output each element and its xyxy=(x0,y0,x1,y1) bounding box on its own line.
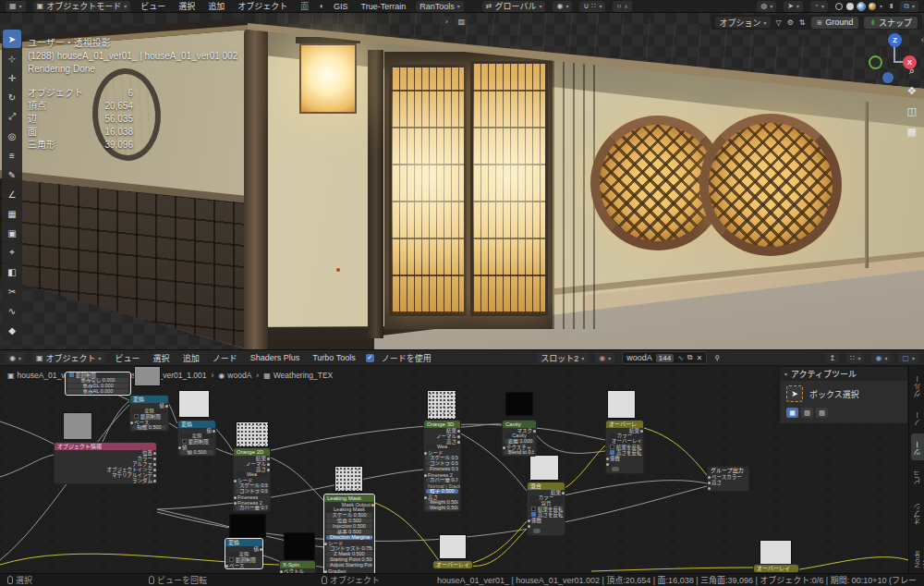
menu-true-terrain[interactable]: True-Terrain xyxy=(359,2,409,11)
node-menu-node[interactable]: ノード xyxy=(210,352,240,364)
pin-icon[interactable]: ⚲ xyxy=(714,354,720,362)
node-overlay-3[interactable]: オーバーレイ xyxy=(753,564,799,573)
select-mode-subtract[interactable]: ▧ xyxy=(816,408,828,418)
pivot-dropdown[interactable]: ◉▾ xyxy=(553,1,572,12)
editor-type-dropdown[interactable]: ▦▾ xyxy=(6,1,26,12)
node-drop[interactable]: Leaking Mask xyxy=(326,507,372,512)
node-slider[interactable]: Weight 0.500 xyxy=(426,500,458,505)
filter-icon[interactable]: ▽ xyxy=(776,18,782,27)
zoom-icon[interactable]: ⌕ xyxy=(907,65,917,77)
node-slider[interactable]: Fineness 0.500 xyxy=(426,467,458,471)
material-name-field[interactable]: woodA 144 ∿ ⧉ ✕ xyxy=(622,351,707,364)
sidebar-tab-Node Wrang[interactable]: Node Wrang xyxy=(911,531,924,573)
select-mode-new[interactable]: ▦ xyxy=(786,408,798,418)
node-slider[interactable]: Injection 0.500 xyxy=(326,524,372,529)
tool-extra[interactable]: ◆ xyxy=(3,321,21,339)
ground-button[interactable]: ≋Ground xyxy=(811,17,859,29)
node-hl[interactable]: 粒子 0.500 xyxy=(426,489,458,494)
nodetree-toggle-icon[interactable]: ∿ xyxy=(677,354,684,362)
node-orange-2d[interactable]: Orange 2D結果ノーマル高さWeaシードスケール 0.500コントラ 0.… xyxy=(233,447,271,512)
node-slider[interactable]: 指数 0.500 xyxy=(132,425,166,430)
shader-context-dropdown[interactable]: ▣オブジェクト▾ xyxy=(32,352,105,363)
node-menu-view[interactable]: ビュー xyxy=(113,352,143,364)
node-slider[interactable]: 位置 0.500 xyxy=(326,519,372,523)
node-group-output[interactable]: グループ出力ベースカラー高さ xyxy=(707,466,749,492)
tool-annotate[interactable]: ≡ xyxy=(3,146,21,165)
tool-shear[interactable]: ◧ xyxy=(3,262,21,281)
snap-toggle[interactable]: ∪∷▾ xyxy=(579,1,605,12)
node-snapping-dropdown[interactable]: ∷▾ xyxy=(846,352,864,363)
tool-add-cube[interactable]: ▦ xyxy=(3,204,21,223)
proportional-edit-toggle[interactable]: ○∧ xyxy=(613,1,631,12)
mode-dropdown[interactable]: ▣オブジェクトモード▾ xyxy=(33,1,131,12)
menu-add[interactable]: 追加 xyxy=(205,0,227,12)
node-math-1[interactable]: 変換値変換範囲制限ベース指数 0.500 xyxy=(129,395,169,432)
shading-solid-button[interactable] xyxy=(846,3,854,10)
node-math-3[interactable]: 変換値変換範囲制限ベース xyxy=(225,538,263,569)
node-cavity[interactable]: CavityマスクCavity距離 1.000テクスチャBlend st 0.5… xyxy=(502,420,537,457)
node-weights[interactable]: 範囲制限重みなし 0.000重みGL 0.000重みAL 0.000 xyxy=(65,372,131,396)
editor-type-dropdown-shader[interactable]: ◉▾ xyxy=(6,352,25,363)
gizmos-dropdown[interactable]: ➤▾ xyxy=(784,1,803,12)
node-slider[interactable]: スケール 0.500 xyxy=(326,513,372,518)
material-users-badge[interactable]: 144 xyxy=(656,354,674,362)
shader-node-canvas[interactable]: ▣houseA_01_ver01_002›▽houseA_01_ver01_1.… xyxy=(0,366,924,573)
material-browse-dropdown[interactable]: ◉▾ xyxy=(595,352,614,363)
node-drop[interactable]: 変換 xyxy=(132,409,166,413)
shading-rendered-button[interactable] xyxy=(869,3,876,10)
node-slider[interactable]: 重みAL 0.000 xyxy=(67,389,128,394)
node-slider[interactable]: Adjust Starting Point 0.500 xyxy=(326,563,372,568)
node-slider[interactable]: スケール 0.500 xyxy=(426,456,458,460)
node-slider[interactable]: カバー量 0.750 xyxy=(426,478,458,482)
node-drop[interactable]: カラー xyxy=(608,433,641,438)
node-slider[interactable]: Z Mask 0.500 xyxy=(326,552,372,556)
sidebar-tab-オプション[interactable]: オプション xyxy=(911,491,924,530)
node-slider[interactable]: スケール 0.500 xyxy=(236,483,268,488)
node-orange-3d[interactable]: Orange 3D結果ノーマル高さWeaシードスケール 0.500コントラ 0.… xyxy=(423,420,461,512)
node-leaking-mask[interactable]: Leaking MaskMask OutputLeaking Maskスケール … xyxy=(323,494,375,573)
node-drop[interactable]: 変換 xyxy=(227,552,261,556)
tool-measure[interactable]: ∠ xyxy=(3,185,21,203)
node-slider[interactable]: 値 0.500 xyxy=(180,450,213,455)
parent-node-icon[interactable]: ↥ xyxy=(826,352,840,363)
pan-icon[interactable]: ✥ xyxy=(907,85,917,97)
tool-draw[interactable]: ✎ xyxy=(3,165,21,184)
node-menu-add[interactable]: 追加 xyxy=(180,352,202,364)
slot-dropdown[interactable]: スロット2▾ xyxy=(537,352,588,363)
tool-scale[interactable]: ⤢ xyxy=(3,107,21,126)
node-hl[interactable]: Direction Margina 0.500 xyxy=(326,535,372,540)
node-slider[interactable]: Starting Point 0.500 xyxy=(326,557,372,562)
node-drop[interactable]: Wea xyxy=(236,472,268,477)
tool-transform[interactable]: ◎ xyxy=(3,127,21,145)
pause-icon[interactable]: ‖ xyxy=(890,2,893,10)
node-drop[interactable]: Cavity xyxy=(505,433,534,438)
node-btn[interactable] xyxy=(612,467,619,471)
menu-turbo-tools[interactable]: Turbo Tools xyxy=(310,353,359,362)
node-slider[interactable]: 距離 1.000 xyxy=(505,439,534,444)
node-mix-1[interactable]: 混合結果カラー混合結果を反転高さを反転係数 xyxy=(527,482,565,536)
node-menu-select[interactable]: 選択 xyxy=(151,352,173,364)
node-slider[interactable]: コントラ 0.500 xyxy=(426,461,458,466)
node-slider[interactable]: カバー量 0.750 xyxy=(236,506,268,510)
tool-spin[interactable]: ⌖ xyxy=(3,243,21,262)
node-math-2[interactable]: 変換値変換範囲制限値値 0.500 xyxy=(177,420,216,457)
node-overlay-2[interactable]: オーバーレイ xyxy=(432,560,473,569)
node-display-dropdown[interactable]: ▢▾ xyxy=(898,352,918,363)
sidebar-tab-グループ[interactable]: グループ xyxy=(911,370,924,402)
tool-add-primitive[interactable]: ▣ xyxy=(3,224,21,242)
tool-curve-pen[interactable]: ∿ xyxy=(3,301,21,320)
node-x-spin[interactable]: X-Spinベクトル xyxy=(279,560,316,573)
active-tool-panel-header[interactable]: ▾ アクティブツール xyxy=(780,367,907,381)
node-slider[interactable]: 基本 0.500 xyxy=(326,530,372,534)
menu-object[interactable]: オブジェクト xyxy=(235,0,290,12)
node-drop[interactable]: Wea xyxy=(426,445,458,449)
sidebar-tab-ツール[interactable]: ツール xyxy=(911,433,924,460)
display-dropdown[interactable]: ⧉▾ xyxy=(900,1,918,12)
node-slider[interactable]: 重みなし 0.000 xyxy=(67,378,128,383)
camera-view-icon[interactable]: ◫ xyxy=(907,105,917,117)
node-object-info[interactable]: オブジェクト情報位置カラーアルファオブジェクトインデマテリアルインデランダム xyxy=(54,442,157,484)
tool-knife[interactable]: ✂ xyxy=(3,282,21,300)
menu-select[interactable]: 選択 xyxy=(176,0,198,12)
node-slider[interactable]: 重みGL 0.000 xyxy=(67,384,128,388)
tool-box-select[interactable]: ➤ xyxy=(3,30,21,48)
